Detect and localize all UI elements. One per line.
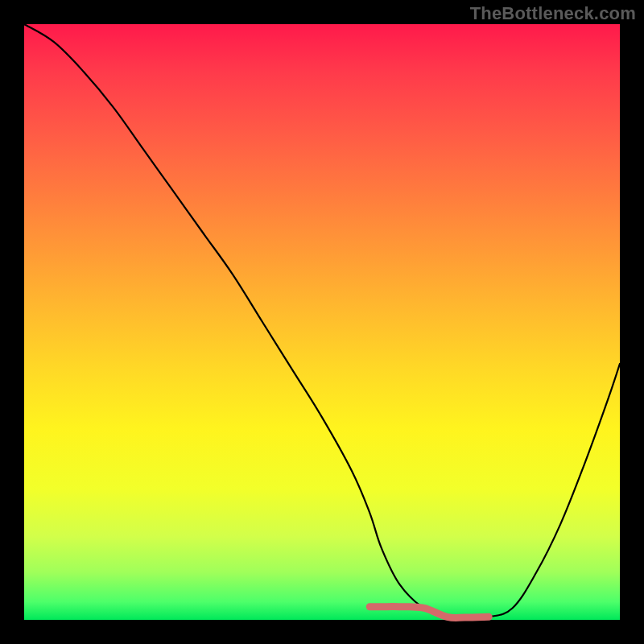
bottleneck-curve: [24, 24, 620, 617]
chart-canvas: TheBottleneck.com: [0, 0, 644, 644]
watermark-text: TheBottleneck.com: [470, 3, 636, 24]
optimal-region-marker: [369, 607, 489, 618]
curve-svg: [24, 24, 620, 620]
plot-area: [24, 24, 620, 620]
